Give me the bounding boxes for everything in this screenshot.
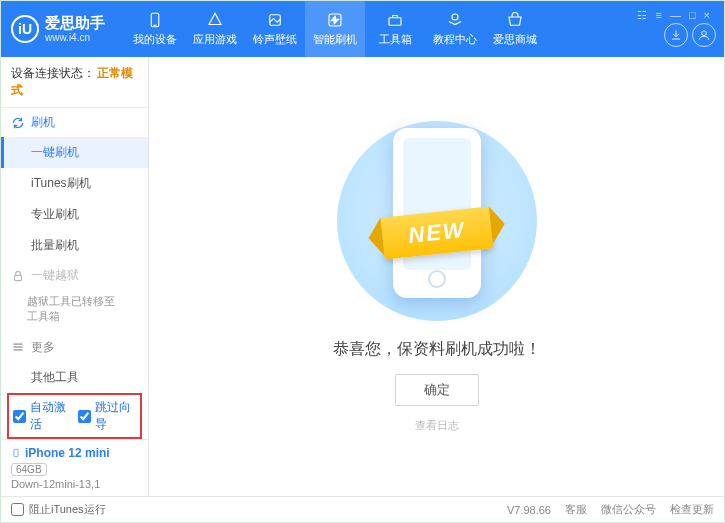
nav-flash[interactable]: 智能刷机 xyxy=(305,1,365,57)
skip-guide-input[interactable] xyxy=(78,410,91,423)
phone-icon xyxy=(146,11,164,29)
sidebar-item-itunes[interactable]: iTunes刷机 xyxy=(1,168,148,199)
section-title: 更多 xyxy=(31,339,55,356)
nav-label: 智能刷机 xyxy=(313,32,357,47)
nav-label: 工具箱 xyxy=(379,32,412,47)
svg-rect-11 xyxy=(14,449,18,457)
nav-toolbox[interactable]: 工具箱 xyxy=(365,1,425,57)
section-more-head[interactable]: 更多 xyxy=(1,333,148,362)
view-log-link[interactable]: 查看日志 xyxy=(415,418,459,433)
window-controls: ☷ ≡ — □ × xyxy=(631,5,716,25)
confirm-button[interactable]: 确定 xyxy=(395,374,479,406)
close-button[interactable]: × xyxy=(704,9,710,21)
minimize-button[interactable]: — xyxy=(670,9,681,21)
nav-label: 爱思商城 xyxy=(493,32,537,47)
update-link[interactable]: 检查更新 xyxy=(670,502,714,517)
service-link[interactable]: 客服 xyxy=(565,502,587,517)
section-jailbreak: 一键越狱 越狱工具已转移至 工具箱 xyxy=(1,261,148,325)
device-storage: 64GB xyxy=(11,463,47,476)
brand: iU 爱思助手 www.i4.cn xyxy=(1,1,115,57)
success-illustration: NEW xyxy=(337,121,537,321)
svg-point-5 xyxy=(452,14,458,20)
footer: 阻止iTunes运行 V7.98.66 客服 微信公众号 检查更新 xyxy=(1,496,724,522)
svg-point-6 xyxy=(702,31,707,36)
skip-guide-checkbox[interactable]: 跳过向导 xyxy=(78,399,137,433)
brand-subtitle: www.i4.cn xyxy=(45,32,105,43)
app-icon xyxy=(206,11,224,29)
section-flash: 刷机 一键刷机 iTunes刷机 专业刷机 批量刷机 xyxy=(1,108,148,261)
section-title: 刷机 xyxy=(31,114,55,131)
section-flash-head[interactable]: 刷机 xyxy=(1,108,148,137)
titlebar: ☷ ≡ — □ × iU 爱思助手 www.i4.cn 我的设备 应用游戏 xyxy=(1,1,724,57)
version-label: V7.98.66 xyxy=(507,504,551,516)
section-jailbreak-head: 一键越狱 xyxy=(1,261,148,290)
device-name-label: iPhone 12 mini xyxy=(25,446,110,460)
svg-rect-4 xyxy=(389,18,401,26)
nav-label: 应用游戏 xyxy=(193,32,237,47)
options-highlight: 自动激活 跳过向导 xyxy=(7,393,142,439)
section-title: 一键越狱 xyxy=(31,267,79,284)
nav-label: 铃声壁纸 xyxy=(253,32,297,47)
device-name[interactable]: iPhone 12 mini xyxy=(11,446,138,460)
maximize-button[interactable]: □ xyxy=(689,9,696,21)
sidebar-item-batch[interactable]: 批量刷机 xyxy=(1,230,148,261)
sidebar: 设备连接状态：正常模式 刷机 一键刷机 iTunes刷机 专业刷机 批量刷机 xyxy=(1,57,149,496)
skin-button[interactable]: ☷ xyxy=(637,9,647,22)
flash-icon xyxy=(326,11,344,29)
toolbox-icon xyxy=(386,11,404,29)
checkbox-label: 阻止iTunes运行 xyxy=(29,502,106,517)
app-window: ☷ ≡ — □ × iU 爱思助手 www.i4.cn 我的设备 应用游戏 xyxy=(0,0,725,523)
menu-button[interactable]: ≡ xyxy=(655,9,661,21)
download-button[interactable] xyxy=(664,23,688,47)
nav-store[interactable]: 爱思商城 xyxy=(485,1,545,57)
nav-label: 我的设备 xyxy=(133,32,177,47)
svg-rect-7 xyxy=(15,275,22,280)
nav-tutorial[interactable]: 教程中心 xyxy=(425,1,485,57)
block-itunes-checkbox[interactable]: 阻止iTunes运行 xyxy=(11,502,106,517)
sidebar-item-other[interactable]: 其他工具 xyxy=(1,362,148,393)
nav-device[interactable]: 我的设备 xyxy=(125,1,185,57)
lock-icon xyxy=(11,269,25,283)
jailbreak-note: 越狱工具已转移至 工具箱 xyxy=(27,294,140,325)
brand-title: 爱思助手 xyxy=(45,15,105,32)
checkbox-label: 跳过向导 xyxy=(95,399,137,433)
nav-label: 教程中心 xyxy=(433,32,477,47)
sidebar-item-pro[interactable]: 专业刷机 xyxy=(1,199,148,230)
sync-icon xyxy=(11,116,25,130)
status-label: 设备连接状态： xyxy=(11,66,95,80)
section-more: 更多 其他工具 下载固件 高级功能 xyxy=(1,333,148,393)
sidebar-item-oneclick[interactable]: 一键刷机 xyxy=(1,137,148,168)
device-model: Down-12mini-13,1 xyxy=(11,478,138,490)
wechat-link[interactable]: 微信公众号 xyxy=(601,502,656,517)
account-button[interactable] xyxy=(692,23,716,47)
auto-activate-checkbox[interactable]: 自动激活 xyxy=(13,399,72,433)
tutorial-icon xyxy=(446,11,464,29)
wallpaper-icon xyxy=(266,11,284,29)
block-itunes-input[interactable] xyxy=(11,503,24,516)
store-icon xyxy=(506,11,524,29)
more-icon xyxy=(11,340,25,354)
checkbox-label: 自动激活 xyxy=(30,399,72,433)
nav-apps[interactable]: 应用游戏 xyxy=(185,1,245,57)
body: 设备连接状态：正常模式 刷机 一键刷机 iTunes刷机 专业刷机 批量刷机 xyxy=(1,57,724,496)
brand-logo-icon: iU xyxy=(11,15,39,43)
top-nav: 我的设备 应用游戏 铃声壁纸 智能刷机 工具箱 教程中心 xyxy=(125,1,545,57)
device-block: iPhone 12 mini 64GB Down-12mini-13,1 xyxy=(1,439,148,496)
main-content: NEW 恭喜您，保资料刷机成功啦！ 确定 查看日志 xyxy=(149,57,724,496)
device-icon xyxy=(11,446,21,460)
auto-activate-input[interactable] xyxy=(13,410,26,423)
nav-ringtone[interactable]: 铃声壁纸 xyxy=(245,1,305,57)
success-message: 恭喜您，保资料刷机成功啦！ xyxy=(333,339,541,360)
connection-status: 设备连接状态：正常模式 xyxy=(1,57,148,108)
